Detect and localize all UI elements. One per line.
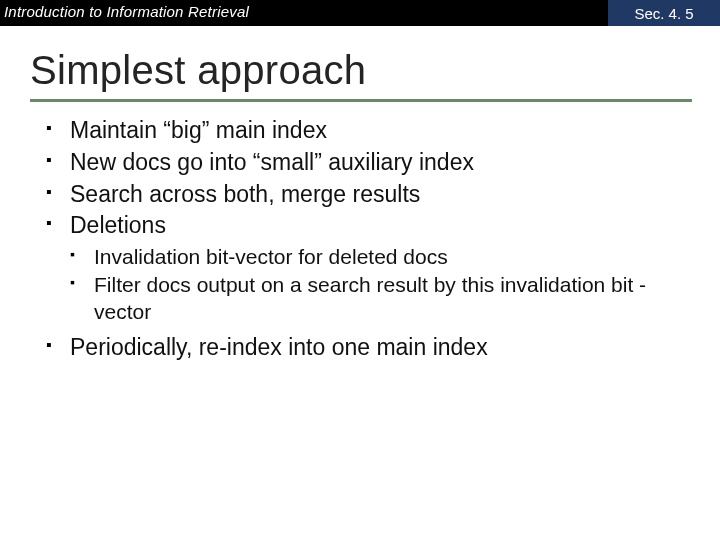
- slide-header: Introduction to Information Retrieval Se…: [0, 0, 720, 26]
- list-item: Periodically, re-index into one main ind…: [40, 333, 680, 362]
- bullet-list: Periodically, re-index into one main ind…: [40, 333, 680, 362]
- slide-title: Simplest approach: [0, 26, 720, 99]
- slide-body: Maintain “big” main index New docs go in…: [0, 102, 720, 362]
- list-item: Deletions: [40, 211, 680, 240]
- bullet-list: Maintain “big” main index New docs go in…: [40, 116, 680, 240]
- sub-list-item: Invalidation bit-vector for deleted docs: [40, 244, 680, 270]
- course-title: Introduction to Information Retrieval: [0, 0, 608, 26]
- section-label: Sec. 4. 5: [608, 0, 720, 26]
- list-item: New docs go into “small” auxiliary index: [40, 148, 680, 177]
- sub-bullet-list: Invalidation bit-vector for deleted docs…: [40, 244, 680, 325]
- sub-list-item: Filter docs output on a search result by…: [40, 272, 680, 325]
- list-item: Search across both, merge results: [40, 180, 680, 209]
- list-item: Maintain “big” main index: [40, 116, 680, 145]
